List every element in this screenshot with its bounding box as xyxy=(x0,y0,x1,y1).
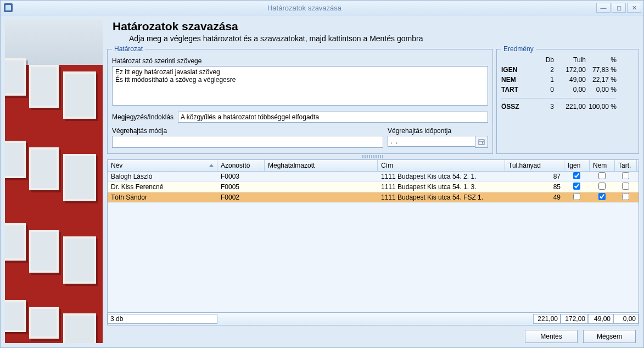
vote-no-checkbox[interactable] xyxy=(598,172,606,179)
results-row-label: IGEN xyxy=(501,66,534,74)
vote-yes-checkbox[interactable] xyxy=(573,193,580,200)
vote-abs-checkbox[interactable] xyxy=(622,183,629,190)
col-proxy[interactable]: Meghatalmazott xyxy=(265,160,378,171)
notes-label: Megjegyzés/Indoklás xyxy=(112,113,173,121)
cancel-button[interactable]: Mégsem xyxy=(583,330,636,343)
window-buttons: — ◻ ✕ xyxy=(596,3,641,13)
results-row-label: TART xyxy=(501,86,534,93)
vote-abs-checkbox[interactable] xyxy=(622,193,629,200)
resolution-group: Határozat Határozat szó szerinti szövege… xyxy=(107,45,493,154)
svg-rect-2 xyxy=(482,142,483,143)
resolution-legend: Határozat xyxy=(112,45,145,53)
calendar-icon[interactable] xyxy=(475,136,488,148)
vote-yes-checkbox[interactable] xyxy=(573,172,580,179)
footer-count: 3 db xyxy=(108,314,217,324)
app-icon xyxy=(4,3,13,12)
horizontal-splitter[interactable] xyxy=(107,154,639,159)
resolution-text-label: Határozat szó szerinti szövege xyxy=(112,57,488,65)
exec-date-label: Végrehajtás időpontja xyxy=(388,127,488,135)
exec-mode-input[interactable] xyxy=(112,136,383,148)
page-title: Határozatok szavazása xyxy=(113,20,637,33)
exec-date-input[interactable] xyxy=(388,136,475,147)
page-header: Határozatok szavazása Adja meg a véglege… xyxy=(107,20,639,45)
wizard-side-image xyxy=(5,20,103,343)
save-button[interactable]: Mentés xyxy=(525,330,578,343)
table-row[interactable]: Dr. Kiss FerencnéF00051111 Budapest Kis … xyxy=(108,182,639,192)
footer-sum-share: 221,00 xyxy=(533,314,561,324)
title-bar[interactable]: Határozatok szavazása — ◻ ✕ xyxy=(1,1,643,15)
vote-no-checkbox[interactable] xyxy=(598,183,606,190)
vote-abs-checkbox[interactable] xyxy=(622,172,629,179)
table-row[interactable]: Balogh LászlóF00031111 Budapest Kis utca… xyxy=(108,172,639,182)
maximize-button[interactable]: ◻ xyxy=(612,3,626,13)
results-legend: Eredmény xyxy=(501,45,536,53)
col-name[interactable]: Név xyxy=(108,160,217,171)
window-title: Határozatok szavazása xyxy=(13,4,596,12)
results-head-tulh: Tulh xyxy=(554,56,586,64)
footer-sum-no: 49,00 xyxy=(588,314,613,324)
content-pane: Határozatok szavazása Adja meg a véglege… xyxy=(107,20,639,343)
app-window: Határozatok szavazása — ◻ ✕ Határozatok … xyxy=(0,0,644,348)
table-body[interactable]: Balogh LászlóF00031111 Budapest Kis utca… xyxy=(108,172,639,312)
table-header: Név Azonosító Meghatalmazott Cím Tul.hán… xyxy=(108,160,639,172)
table-footer: 3 db 221,00 172,00 49,00 0,00 xyxy=(108,312,639,325)
client-area: Határozatok szavazása Adja meg a véglege… xyxy=(1,15,643,347)
results-sum-label: ÖSSZ xyxy=(501,103,534,111)
vote-no-checkbox[interactable] xyxy=(598,193,606,200)
results-row-label: NEM xyxy=(501,76,534,84)
col-no[interactable]: Nem xyxy=(590,160,615,171)
resolution-text-input[interactable] xyxy=(112,66,488,106)
button-bar: Mentés Mégsem xyxy=(107,325,639,343)
col-abs[interactable]: Tart. xyxy=(615,160,637,171)
col-addr[interactable]: Cím xyxy=(378,160,505,171)
results-group: Eredmény Db Tulh % IGEN 2 172,00 77,83 %… xyxy=(496,45,639,154)
col-yes[interactable]: Igen xyxy=(564,160,590,171)
minimize-button[interactable]: — xyxy=(596,3,611,13)
votes-table: Név Azonosító Meghatalmazott Cím Tul.hán… xyxy=(107,159,639,325)
table-row[interactable]: Tóth SándorF00021111 Budapest Kis utca 5… xyxy=(108,192,639,203)
vote-yes-checkbox[interactable] xyxy=(573,183,580,190)
col-share[interactable]: Tul.hányad xyxy=(505,160,564,171)
page-subtitle: Adja meg a végleges határozatot és a sza… xyxy=(129,34,637,43)
notes-input[interactable] xyxy=(178,112,488,123)
results-head-pct: % xyxy=(586,56,617,64)
footer-sum-abs: 0,00 xyxy=(613,314,639,324)
close-button[interactable]: ✕ xyxy=(627,3,641,13)
svg-rect-0 xyxy=(479,140,484,145)
footer-sum-yes: 172,00 xyxy=(561,314,588,324)
results-head-db: Db xyxy=(534,56,554,64)
col-id[interactable]: Azonosító xyxy=(217,160,265,171)
exec-mode-label: Végrehajtás módja xyxy=(112,127,383,135)
